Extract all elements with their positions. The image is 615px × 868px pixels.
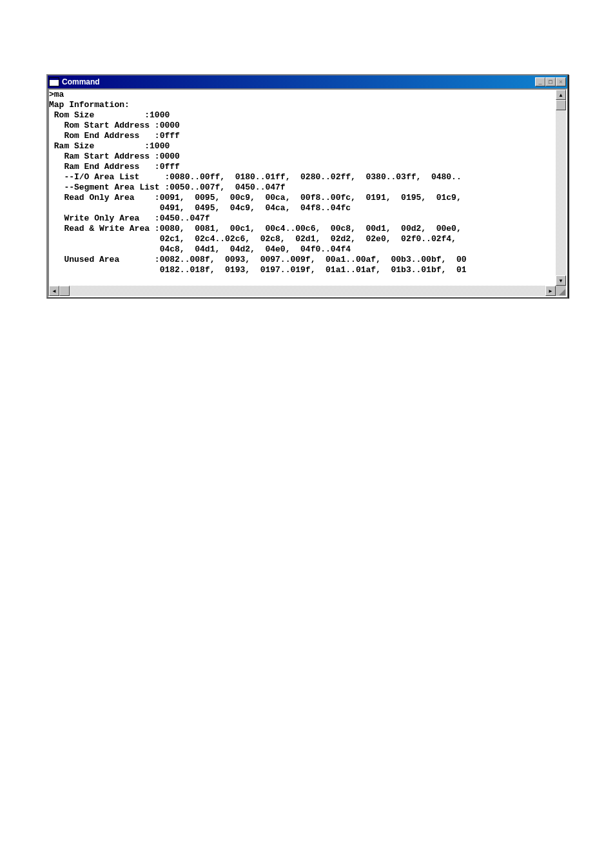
vertical-scrollbar[interactable]: ▲ ▼ (556, 90, 566, 286)
minimize-icon: _ (538, 79, 542, 85)
titlebar-buttons: _ □ × (535, 77, 566, 86)
horizontal-scroll-thumb[interactable] (59, 286, 70, 296)
triangle-left-icon: ◄ (52, 288, 57, 294)
close-icon: × (559, 79, 562, 85)
close-button[interactable]: × (556, 77, 566, 86)
horizontal-scrollbar[interactable]: ◄ ► (49, 286, 566, 296)
command-window: Command _ □ × >ma Map Information: Rom S… (46, 74, 569, 299)
window-title: Command (62, 77, 535, 86)
client-area: >ma Map Information: Rom Size :1000 Rom … (48, 88, 567, 297)
vertical-scroll-thumb[interactable] (556, 100, 566, 110)
maximize-button[interactable]: □ (545, 77, 556, 86)
triangle-down-icon: ▼ (558, 278, 563, 284)
scroll-right-button[interactable]: ► (545, 286, 556, 296)
titlebar[interactable]: Command _ □ × (48, 75, 567, 88)
triangle-up-icon: ▲ (558, 92, 563, 98)
resize-grip[interactable] (556, 286, 566, 296)
maximize-icon: □ (549, 79, 552, 85)
minimize-button[interactable]: _ (535, 77, 545, 86)
terminal-output[interactable]: >ma Map Information: Rom Size :1000 Rom … (49, 90, 556, 286)
horizontal-scroll-track[interactable] (70, 286, 545, 296)
content-wrapper: >ma Map Information: Rom Size :1000 Rom … (49, 90, 566, 286)
triangle-right-icon: ► (548, 288, 553, 294)
scroll-down-button[interactable]: ▼ (556, 275, 566, 286)
window-icon (49, 77, 59, 86)
vertical-scroll-track[interactable] (556, 110, 566, 275)
scroll-up-button[interactable]: ▲ (556, 90, 566, 100)
scroll-left-button[interactable]: ◄ (49, 286, 59, 296)
